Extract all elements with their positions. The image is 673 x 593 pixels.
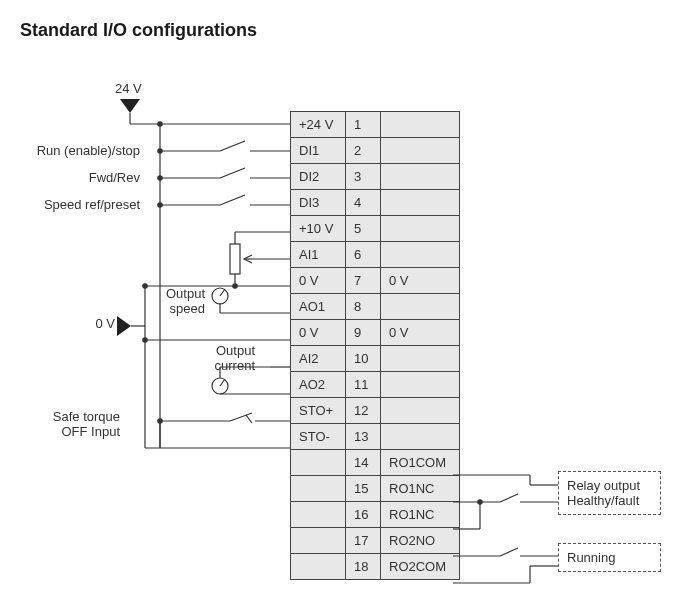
label-speed-ref: Speed ref/preset (20, 197, 140, 212)
svg-point-27 (233, 284, 237, 288)
table-row: AI210 (291, 346, 460, 372)
term-note (381, 372, 460, 398)
term-sig (291, 528, 346, 554)
term-note (381, 138, 460, 164)
term-sig: +24 V (291, 112, 346, 138)
table-row: 16RO1NC (291, 502, 460, 528)
svg-point-41 (158, 419, 162, 423)
term-note (381, 398, 460, 424)
table-row: +24 V1 (291, 112, 460, 138)
term-num: 9 (346, 320, 381, 346)
svg-point-33 (143, 338, 147, 342)
term-num: 15 (346, 476, 381, 502)
term-sig: DI1 (291, 138, 346, 164)
label-run-enable: Run (enable)/stop (20, 143, 140, 158)
table-row: 0 V90 V (291, 320, 460, 346)
label-0v: 0 V (85, 316, 115, 331)
term-num: 17 (346, 528, 381, 554)
svg-rect-18 (230, 244, 240, 274)
term-num: 4 (346, 190, 381, 216)
term-sig: AI2 (291, 346, 346, 372)
svg-point-56 (478, 500, 482, 504)
svg-point-3 (158, 122, 162, 126)
term-num: 14 (346, 450, 381, 476)
term-sig (291, 502, 346, 528)
label-fwd-rev: Fwd/Rev (20, 170, 140, 185)
term-sig: DI3 (291, 190, 346, 216)
term-sig: +10 V (291, 216, 346, 242)
term-note: RO1NC (381, 476, 460, 502)
svg-point-36 (212, 378, 228, 394)
term-note (381, 424, 460, 450)
table-row: +10 V5 (291, 216, 460, 242)
term-num: 1 (346, 112, 381, 138)
term-sig: AI1 (291, 242, 346, 268)
label-output-speed: Output speed (155, 286, 205, 316)
table-row: 17RO2NO (291, 528, 460, 554)
label-sto: Safe torque OFF Input (20, 409, 120, 439)
terminal-table: +24 V1 DI12 DI23 DI34 +10 V5 AI16 0 V70 … (290, 111, 460, 580)
table-row: AI16 (291, 242, 460, 268)
svg-point-30 (212, 288, 228, 304)
term-note (381, 346, 460, 372)
term-note (381, 164, 460, 190)
table-row: 0 V70 V (291, 268, 460, 294)
svg-line-43 (230, 413, 252, 421)
io-diagram: 24 V 0 V Run (enable)/stop Fwd/Rev Speed… (20, 71, 653, 591)
term-num: 6 (346, 242, 381, 268)
term-num: 8 (346, 294, 381, 320)
term-sig (291, 554, 346, 580)
term-num: 3 (346, 164, 381, 190)
term-sig: 0 V (291, 268, 346, 294)
table-row: DI34 (291, 190, 460, 216)
svg-point-12 (158, 203, 162, 207)
term-num: 13 (346, 424, 381, 450)
svg-line-58 (500, 548, 518, 556)
term-sig: STO+ (291, 398, 346, 424)
term-num: 11 (346, 372, 381, 398)
term-num: 10 (346, 346, 381, 372)
label-relay-healthy: Relay output Healthy/fault (558, 471, 661, 515)
label-24v: 24 V (115, 81, 142, 96)
arrow-0v (117, 316, 131, 336)
term-note: 0 V (381, 268, 460, 294)
term-num: 5 (346, 216, 381, 242)
table-row: 14RO1COM (291, 450, 460, 476)
label-relay-running: Running (558, 543, 661, 572)
svg-line-37 (220, 379, 225, 386)
term-num: 2 (346, 138, 381, 164)
term-sig: AO1 (291, 294, 346, 320)
svg-line-31 (220, 289, 225, 296)
table-row: STO-13 (291, 424, 460, 450)
term-num: 16 (346, 502, 381, 528)
term-note: RO1NC (381, 502, 460, 528)
svg-line-14 (220, 195, 245, 205)
term-num: 7 (346, 268, 381, 294)
table-row: DI23 (291, 164, 460, 190)
table-row: AO211 (291, 372, 460, 398)
term-note: 0 V (381, 320, 460, 346)
table-row: AO18 (291, 294, 460, 320)
table-row: DI12 (291, 138, 460, 164)
term-sig: STO- (291, 424, 346, 450)
term-sig: 0 V (291, 320, 346, 346)
svg-point-25 (143, 284, 147, 288)
svg-point-8 (158, 176, 162, 180)
term-note (381, 242, 460, 268)
svg-line-10 (220, 168, 245, 178)
term-note (381, 294, 460, 320)
term-note: RO2NO (381, 528, 460, 554)
svg-line-6 (220, 141, 245, 151)
term-sig: AO2 (291, 372, 346, 398)
svg-point-4 (158, 149, 162, 153)
label-output-current: Output current (200, 343, 255, 373)
svg-line-52 (500, 494, 518, 502)
term-note: RO1COM (381, 450, 460, 476)
term-note (381, 112, 460, 138)
term-num: 18 (346, 554, 381, 580)
term-note (381, 190, 460, 216)
svg-line-44 (246, 415, 252, 423)
term-sig (291, 450, 346, 476)
table-row: 18RO2COM (291, 554, 460, 580)
term-note (381, 216, 460, 242)
